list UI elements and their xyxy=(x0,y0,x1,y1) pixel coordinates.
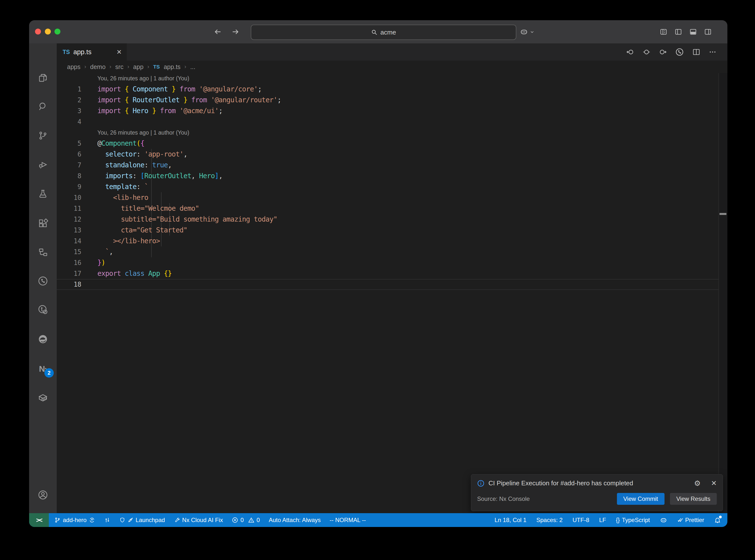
launchpad-item[interactable]: Launchpad xyxy=(119,517,165,523)
extensions-icon[interactable] xyxy=(38,218,48,229)
status-bar: >< add-hero xyxy=(29,513,728,527)
code-line[interactable]: 17export class App {} xyxy=(57,268,719,279)
line-number: 8 xyxy=(57,171,81,181)
search-sidebar-icon[interactable] xyxy=(38,101,48,112)
code-line[interactable]: 5@Component({ xyxy=(57,138,719,149)
warning-icon xyxy=(248,517,255,523)
encoding-item[interactable]: UTF-8 xyxy=(573,517,589,523)
blame-annotation[interactable]: You, 26 minutes ago | 1 author (You) xyxy=(57,127,719,138)
code-line[interactable]: 1import { Component } from '@angular/cor… xyxy=(57,84,719,95)
chevron-down-icon[interactable] xyxy=(530,29,535,34)
containers-icon[interactable] xyxy=(38,393,48,403)
navigate-back-icon[interactable] xyxy=(214,27,222,36)
copilot-status-icon[interactable] xyxy=(660,516,667,524)
code-line[interactable]: 9 template: ` xyxy=(57,181,719,192)
notification-toast: CI Pipeline Execution for #add-hero has … xyxy=(471,474,723,511)
eol-item[interactable]: LF xyxy=(599,517,606,523)
code-line[interactable]: 18 xyxy=(57,279,719,290)
nx-cloud-fix-label: Nx Cloud AI Fix xyxy=(182,517,223,523)
code-editor[interactable]: You, 26 minutes ago | 1 author (You)1imp… xyxy=(57,73,719,513)
view-results-button[interactable]: View Results xyxy=(670,493,717,505)
source-control-icon[interactable] xyxy=(38,130,48,141)
breadcrumb-apps[interactable]: apps xyxy=(67,63,80,71)
tab-label: app.ts xyxy=(73,48,113,56)
toggle-primary-sidebar-icon[interactable] xyxy=(675,28,682,36)
typescript-file-icon: TS xyxy=(153,64,160,70)
explorer-icon[interactable] xyxy=(38,73,48,83)
line-number: 10 xyxy=(57,192,81,203)
notification-dot xyxy=(719,516,722,518)
notification-settings-icon[interactable]: ⚙ xyxy=(694,479,701,487)
more-actions-icon[interactable] xyxy=(709,48,717,56)
code-line[interactable]: 15 `, xyxy=(57,246,719,257)
testing-icon[interactable] xyxy=(38,188,48,199)
accounts-icon[interactable] xyxy=(38,489,48,500)
current-change-icon[interactable] xyxy=(642,48,651,56)
vim-mode-item[interactable]: -- NORMAL -- xyxy=(330,517,366,523)
cursor-position-item[interactable]: Ln 18, Col 1 xyxy=(495,517,526,523)
code-line[interactable]: 2import { RouterOutlet } from '@angular/… xyxy=(57,95,719,105)
toggle-secondary-sidebar-icon[interactable] xyxy=(704,28,712,36)
breadcrumb-demo[interactable]: demo xyxy=(90,63,106,71)
zoom-window-button[interactable] xyxy=(55,28,60,35)
language-mode-item[interactable]: {} TypeScript xyxy=(616,517,650,523)
run-debug-icon[interactable] xyxy=(38,159,48,170)
navigate-forward-icon[interactable] xyxy=(231,27,240,36)
editor-scrollbar[interactable] xyxy=(718,73,728,513)
nx-cloud-fix-item[interactable]: Nx Cloud AI Fix xyxy=(174,517,223,523)
code-line[interactable]: 11 title="Welcmoe demo" xyxy=(57,203,719,214)
line-number: 4 xyxy=(57,116,81,127)
breadcrumb-file[interactable]: app.ts xyxy=(164,63,180,71)
copilot-icon[interactable] xyxy=(520,27,528,36)
search-icon xyxy=(371,29,378,36)
code-line[interactable]: 14 ></lib-hero> xyxy=(57,236,719,246)
customize-layout-icon[interactable] xyxy=(660,28,667,36)
toggle-panel-icon[interactable] xyxy=(690,28,697,36)
error-icon xyxy=(232,517,238,523)
previous-change-icon[interactable] xyxy=(626,48,634,56)
next-change-icon[interactable] xyxy=(659,48,667,56)
blame-annotation[interactable]: You, 26 minutes ago | 1 author (You) xyxy=(57,73,719,84)
commit-graph-icon[interactable] xyxy=(675,47,684,57)
command-center-search[interactable]: acme xyxy=(251,25,516,40)
publish-changes-icon xyxy=(89,517,95,523)
tab-app-ts[interactable]: TS app.ts ✕ xyxy=(57,43,127,61)
search-commits-icon[interactable] xyxy=(38,304,48,315)
code-line[interactable]: 4 xyxy=(57,116,719,127)
code-line[interactable]: 7 standalone: true, xyxy=(57,160,719,171)
code-line[interactable]: 12 subtitle="Build something amazing tod… xyxy=(57,214,719,225)
commit-graph-icon[interactable] xyxy=(38,276,48,286)
code-line[interactable]: 3import { Hero } from '@acme/ui'; xyxy=(57,105,719,116)
indentation-item[interactable]: Spaces: 2 xyxy=(536,517,563,523)
code-line[interactable]: 8 imports: [RouterOutlet, Hero], xyxy=(57,171,719,181)
prettier-item[interactable]: ✓✓ Prettier xyxy=(677,517,704,524)
breadcrumb-separator: › xyxy=(147,64,149,70)
problems-item[interactable]: 0 0 xyxy=(232,517,260,523)
workflow-icon[interactable] xyxy=(38,247,48,258)
split-editor-icon[interactable] xyxy=(692,48,700,56)
shield-icon xyxy=(119,517,125,523)
line-number: 3 xyxy=(57,105,81,116)
tab-close-icon[interactable]: ✕ xyxy=(116,48,122,56)
breadcrumb-app[interactable]: app xyxy=(133,63,143,71)
git-compare-item[interactable] xyxy=(104,517,111,523)
minimize-window-button[interactable] xyxy=(45,28,51,35)
vscode-window: acme xyxy=(29,20,728,527)
line-number: 11 xyxy=(57,203,81,214)
title-bar: acme xyxy=(29,20,728,43)
code-line[interactable]: 13 cta="Get Started" xyxy=(57,225,719,236)
code-line[interactable]: 16}) xyxy=(57,257,719,268)
notification-close-icon[interactable]: ✕ xyxy=(711,479,717,487)
close-window-button[interactable] xyxy=(35,28,41,35)
line-number: 13 xyxy=(57,225,81,236)
view-commit-button[interactable]: View Commit xyxy=(617,493,664,505)
breadcrumb-src[interactable]: src xyxy=(115,63,123,71)
notifications-bell-icon[interactable] xyxy=(714,517,721,523)
breadcrumb-symbol[interactable]: ... xyxy=(190,63,195,71)
code-line[interactable]: 6 selector: 'app-root', xyxy=(57,149,719,160)
auto-attach-item[interactable]: Auto Attach: Always xyxy=(269,517,321,523)
branch-status-item[interactable]: add-hero xyxy=(54,517,95,523)
remote-indicator[interactable]: >< xyxy=(29,513,49,527)
edge-tools-icon[interactable] xyxy=(38,334,48,345)
code-line[interactable]: 10 <lib-hero xyxy=(57,192,719,203)
